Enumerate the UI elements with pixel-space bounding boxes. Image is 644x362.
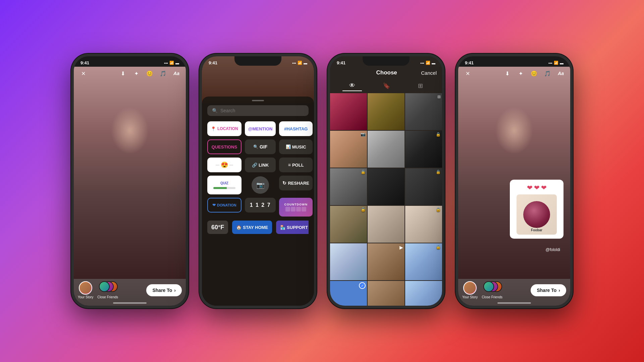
sticker-quiz[interactable]: QUIZ bbox=[207, 176, 241, 194]
photo-cell-13[interactable] bbox=[330, 243, 367, 280]
temperature-sticker[interactable]: 60°F bbox=[207, 221, 228, 234]
photo-cell-2[interactable] bbox=[368, 93, 405, 130]
countdown-box bbox=[291, 207, 296, 212]
lock-badge-12: 🔒 bbox=[436, 207, 441, 212]
photo-cell-15[interactable]: 🔒 bbox=[405, 243, 442, 280]
effects-button-1[interactable]: ✦ bbox=[131, 68, 142, 79]
photo-cell-5[interactable] bbox=[368, 131, 405, 168]
photo-cell-9[interactable]: 🔒 bbox=[405, 168, 442, 205]
phone-4-screen: ✕ ⬇ ✦ 😊 🎵 Aa ❤ ❤ ❤ Foobar @fololdi bbox=[458, 67, 570, 306]
photo-cell-7[interactable]: 🔒 bbox=[330, 168, 367, 205]
close-button-4[interactable]: ✕ bbox=[462, 68, 473, 79]
phone-1: 9:41 ▪▪▪ 📶 ▬ ✕ ⬇ ✦ 😊 🎵 Aa bbox=[71, 54, 189, 308]
time-1: 9:41 bbox=[80, 60, 89, 65]
notch-1 bbox=[106, 56, 153, 66]
photo-cell-18[interactable] bbox=[405, 281, 442, 306]
photo-cell-1[interactable] bbox=[330, 93, 367, 130]
photo-cell-16[interactable]: ✓ bbox=[330, 281, 367, 306]
multiselect-icon-3: ⊞ bbox=[437, 95, 441, 99]
tab-grid[interactable]: ⊞ bbox=[411, 81, 430, 91]
photo-cell-10[interactable]: 🔒 bbox=[330, 206, 367, 243]
battery-icon-4: ▬ bbox=[560, 61, 564, 65]
your-story-item-4[interactable]: Your Story bbox=[462, 281, 478, 299]
close-button-1[interactable]: ✕ bbox=[78, 68, 89, 79]
sticker-countdown[interactable]: COUNTDOWN bbox=[279, 198, 313, 217]
photo-cell-6[interactable]: 🔒 bbox=[405, 131, 442, 168]
quiz-label: QUIZ bbox=[220, 181, 228, 185]
sticker-link[interactable]: 🔗 LINK bbox=[245, 158, 276, 172]
product-label: Foobar bbox=[517, 228, 557, 232]
sticker-counter[interactable]: 1 1 2 7 bbox=[245, 198, 276, 213]
cancel-button[interactable]: Cancel bbox=[421, 70, 437, 76]
notch-3 bbox=[363, 56, 410, 66]
makeup-product-image: Foobar bbox=[517, 194, 557, 235]
share-to-label-4: Share To bbox=[537, 288, 556, 293]
sticker-gif[interactable]: 🔍 GIF bbox=[245, 139, 276, 154]
close-friends-label-1: Close Friends bbox=[97, 295, 118, 299]
sticker-hashtag[interactable]: #HASHTAG bbox=[279, 121, 313, 136]
audio-button-4[interactable]: 🎵 bbox=[542, 68, 553, 79]
mention-label: @MENTION bbox=[248, 126, 273, 131]
location-label: LOCATION bbox=[217, 126, 238, 131]
your-story-item-1[interactable]: Your Story bbox=[78, 281, 93, 299]
your-story-avatar-1 bbox=[79, 281, 92, 295]
sticker-mention[interactable]: @MENTION bbox=[245, 121, 276, 136]
time-4: 9:41 bbox=[465, 60, 474, 65]
audio-button-1[interactable]: 🎵 bbox=[158, 68, 168, 79]
close-friends-item-4[interactable]: Close Friends bbox=[482, 281, 502, 299]
photo-cell-12[interactable]: 🔒 bbox=[405, 206, 442, 243]
photo-1 bbox=[330, 93, 367, 130]
sticker-poll[interactable]: ≡ POLL bbox=[279, 158, 313, 172]
product-sticker[interactable]: ❤ ❤ ❤ Foobar bbox=[510, 180, 564, 239]
bottom-bar-4: Your Story Close Friends Share To › bbox=[458, 281, 570, 299]
share-to-button-1[interactable]: Share To › bbox=[146, 284, 182, 296]
temp-value: 60°F bbox=[211, 224, 224, 231]
photo-3 bbox=[405, 93, 442, 130]
photo-cell-17[interactable] bbox=[368, 281, 405, 306]
sticker-questions[interactable]: QUESTIONS bbox=[207, 139, 241, 154]
search-input[interactable] bbox=[220, 108, 304, 113]
photo-cell-14[interactable]: ▶ bbox=[368, 243, 405, 280]
choose-title: Choose bbox=[376, 69, 397, 76]
tab-recents[interactable]: 👁 bbox=[342, 81, 362, 91]
sticker-donation[interactable]: ❤ DONATION bbox=[207, 198, 241, 213]
download-button-4[interactable]: ⬇ bbox=[502, 68, 513, 79]
sticker-button-4[interactable]: 😊 bbox=[529, 68, 539, 79]
sticker-emoji-slider[interactable]: — 😍 — bbox=[207, 158, 241, 172]
your-story-label-1: Your Story bbox=[78, 295, 93, 299]
battery-icon-2: ▬ bbox=[304, 61, 307, 65]
time-2: 9:41 bbox=[209, 60, 217, 65]
search-bar[interactable]: 🔍 bbox=[207, 105, 309, 116]
link-label: LINK bbox=[259, 163, 269, 168]
photo-cell-11[interactable] bbox=[368, 206, 405, 243]
effects-button-4[interactable]: ✦ bbox=[515, 68, 526, 79]
sticker-button-1[interactable]: 😊 bbox=[144, 68, 155, 79]
photo-cell-3[interactable]: ⊞ bbox=[405, 93, 442, 130]
download-button-1[interactable]: ⬇ bbox=[117, 68, 128, 79]
photo-cell-8[interactable] bbox=[368, 168, 405, 205]
sticker-camera-button[interactable]: 📷 bbox=[252, 176, 269, 194]
text-button-4[interactable]: Aa bbox=[555, 68, 566, 79]
wifi-icon: 📶 bbox=[169, 61, 174, 65]
stay-home-sticker[interactable]: 🏠 STAY HOME bbox=[232, 221, 272, 234]
support-small-sticker[interactable]: 🏪 SUPPORT SMALL bbox=[276, 221, 309, 234]
sticker-reshare[interactable]: ↻ RESHARE bbox=[279, 176, 313, 190]
photo-5 bbox=[368, 131, 405, 168]
donation-label: DONATION bbox=[217, 203, 236, 207]
tab-saved[interactable]: 🔖 bbox=[376, 81, 397, 91]
sticker-music[interactable]: 📊 MUSIC bbox=[279, 139, 313, 154]
location-pin-icon: 📍 bbox=[211, 126, 216, 131]
text-button-1[interactable]: Aa bbox=[171, 68, 182, 79]
share-to-arrow-1: › bbox=[174, 288, 176, 293]
sticker-location[interactable]: 📍 LOCATION bbox=[207, 121, 241, 136]
phone-2-screen: 🔍 📍 LOCATION @MENTION #HASHTAG bbox=[202, 56, 314, 306]
countdown-box bbox=[302, 207, 306, 212]
close-friends-item-1[interactable]: Close Friends bbox=[97, 281, 118, 299]
hashtag-label: #HASHTAG bbox=[284, 126, 308, 131]
home-indicator-1 bbox=[113, 302, 147, 304]
lock-badge-9: 🔒 bbox=[436, 170, 441, 174]
phone-1-toolbar: ✕ ⬇ ✦ 😊 🎵 Aa bbox=[74, 67, 186, 81]
home-indicator-4 bbox=[497, 302, 531, 304]
photo-cell-4[interactable]: 📷 bbox=[330, 131, 367, 168]
share-to-button-4[interactable]: Share To › bbox=[531, 284, 566, 296]
